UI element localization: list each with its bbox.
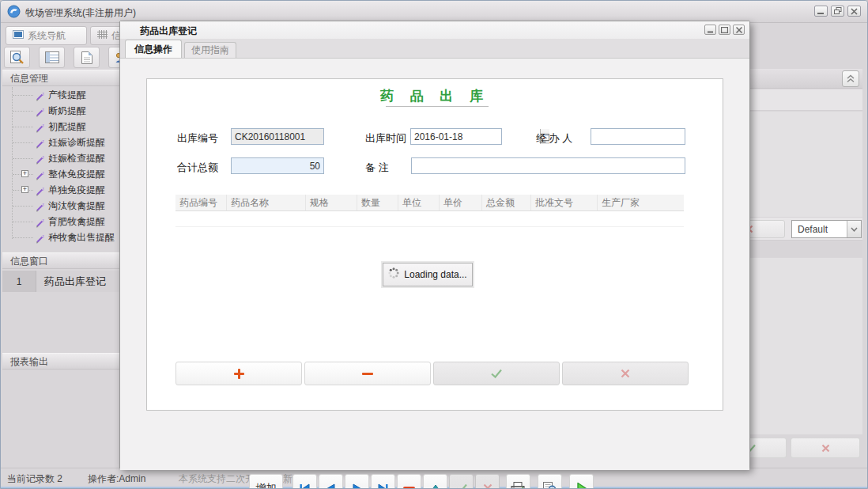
chevron-down-icon[interactable] bbox=[847, 221, 861, 237]
grid-icon bbox=[97, 30, 108, 41]
outbound-no-label: 出库编号 bbox=[177, 131, 218, 146]
app-window: 牧场管理系统(非注册用户) 系统导航 信息提 信息管理 产犊提醒 bbox=[0, 0, 868, 489]
section-header-info-window[interactable]: 信息窗口 bbox=[2, 252, 126, 269]
tab-info-operation[interactable]: 信息操作 bbox=[125, 40, 182, 58]
plus-icon bbox=[234, 369, 244, 379]
handler-label: 经 办 人 bbox=[536, 131, 572, 146]
reminder-icon bbox=[36, 106, 45, 116]
tree-item-breeding-sale[interactable]: 种牧禽出售提醒 bbox=[2, 229, 126, 245]
total-amount-input[interactable] bbox=[231, 157, 324, 174]
cross-icon bbox=[483, 483, 492, 489]
screen-icon bbox=[13, 30, 24, 41]
table-view-button[interactable] bbox=[39, 47, 65, 68]
col-qty[interactable]: 数量 bbox=[357, 195, 398, 210]
tree-item-label: 妊娠检查提醒 bbox=[48, 152, 105, 165]
tree-item-fattening[interactable]: 育肥牧禽提醒 bbox=[2, 214, 126, 229]
next-record-button[interactable] bbox=[345, 474, 369, 489]
add-row-button[interactable] bbox=[175, 362, 302, 385]
tree-item-overall-immunization[interactable]: +整体免疫提醒 bbox=[2, 166, 126, 182]
window-title: 牧场管理系统(非注册用户) bbox=[25, 6, 136, 20]
tree-item-first-mating[interactable]: 初配提醒 bbox=[2, 119, 126, 135]
delete-record-button[interactable] bbox=[397, 474, 421, 489]
tree-item-label: 断奶提醒 bbox=[48, 104, 86, 118]
tree-item-label: 整体免疫提醒 bbox=[48, 168, 105, 181]
tree-item-pregnancy-check[interactable]: 妊娠检查提醒 bbox=[2, 150, 126, 166]
reminder-icon bbox=[36, 185, 45, 195]
empty-table-row bbox=[175, 211, 684, 227]
search-button[interactable] bbox=[4, 47, 30, 68]
col-unit[interactable]: 单位 bbox=[398, 195, 440, 210]
spinner-icon bbox=[388, 267, 399, 282]
reminder-icon bbox=[36, 201, 45, 210]
expand-icon[interactable]: + bbox=[21, 170, 28, 177]
dialog-title: 药品出库登记 bbox=[140, 25, 197, 38]
dialog-close-button[interactable] bbox=[733, 25, 745, 35]
minus-icon bbox=[362, 373, 373, 375]
background-cancel-button[interactable] bbox=[791, 438, 860, 458]
reminder-tree: 产犊提醒 断奶提醒 初配提醒 妊娠诊断提醒 妊娠检查提醒 +整体免疫提醒 +单独… bbox=[2, 87, 126, 245]
nav-tab-system[interactable]: 系统导航 bbox=[6, 26, 87, 45]
add-record-button[interactable]: 增加 bbox=[249, 474, 283, 489]
cross-icon bbox=[621, 369, 630, 378]
handler-input[interactable] bbox=[591, 128, 685, 145]
row-action-buttons bbox=[175, 362, 689, 385]
drug-outbound-dialog: 药品出库登记 信息操作 使用指南 药 品 出 库 出库编号 出库时间 bbox=[119, 21, 750, 469]
tree-item-label: 种牧禽出售提醒 bbox=[48, 231, 115, 244]
confirm-rows-button[interactable] bbox=[433, 362, 560, 385]
previous-record-button[interactable] bbox=[319, 474, 343, 489]
window-restore-button[interactable] bbox=[831, 6, 844, 17]
remove-row-button[interactable] bbox=[304, 362, 431, 385]
tree-item-weaning[interactable]: 断奶提醒 bbox=[2, 103, 126, 119]
tree-item-cull[interactable]: 淘汰牧禽提醒 bbox=[2, 198, 126, 214]
row-index: 1 bbox=[2, 271, 36, 292]
record-count: 当前记录数 2 bbox=[7, 472, 62, 486]
last-record-button[interactable] bbox=[371, 474, 395, 489]
dialog-titlebar[interactable]: 药品出库登记 bbox=[120, 21, 749, 39]
up-triangle-icon bbox=[430, 484, 441, 489]
section-header-report-output[interactable]: 报表输出 bbox=[2, 353, 126, 370]
post-record-button[interactable] bbox=[449, 474, 474, 489]
run-button[interactable] bbox=[569, 474, 594, 489]
expand-icon[interactable]: + bbox=[21, 186, 28, 193]
tree-item-individual-immunization[interactable]: +单独免疫提醒 bbox=[2, 182, 126, 198]
col-drug-name[interactable]: 药品名称 bbox=[227, 195, 306, 210]
default-style-select[interactable]: Default bbox=[791, 220, 862, 238]
tree-item-label: 初配提醒 bbox=[48, 120, 86, 134]
outbound-date-field bbox=[410, 128, 502, 145]
print-button[interactable] bbox=[506, 474, 530, 489]
col-price[interactable]: 单价 bbox=[440, 195, 482, 210]
window-close-button[interactable] bbox=[847, 6, 861, 17]
dialog-minimize-button[interactable] bbox=[704, 25, 716, 35]
print-preview-button[interactable] bbox=[538, 474, 562, 489]
collapse-panel-button[interactable] bbox=[842, 70, 859, 87]
tab-user-guide[interactable]: 使用指南 bbox=[184, 42, 236, 58]
col-spec[interactable]: 规格 bbox=[306, 195, 357, 210]
reminder-icon bbox=[36, 122, 45, 131]
dialog-maximize-button[interactable] bbox=[719, 25, 730, 35]
info-window-row[interactable]: 1 药品出库登记 bbox=[2, 271, 126, 292]
cancel-record-button[interactable] bbox=[475, 474, 500, 489]
col-approval-no[interactable]: 批准文号 bbox=[531, 195, 598, 210]
col-manufacturer[interactable]: 生产厂家 bbox=[598, 195, 684, 210]
edit-record-button[interactable] bbox=[423, 474, 447, 489]
dialog-content: 药 品 出 库 出库编号 出库时间 经 办 人 合计总额 备 注 bbox=[120, 59, 749, 470]
remark-input[interactable] bbox=[411, 157, 685, 174]
tree-item-label: 单独免疫提醒 bbox=[48, 184, 105, 197]
outbound-date-input[interactable] bbox=[411, 129, 540, 144]
check-icon bbox=[456, 483, 467, 489]
window-minimize-button[interactable] bbox=[814, 6, 828, 17]
tree-item-label: 育肥牧禽提醒 bbox=[48, 215, 105, 229]
tree-item-label: 妊娠诊断提醒 bbox=[48, 136, 105, 150]
select-value: Default bbox=[792, 224, 847, 235]
col-total[interactable]: 总金额 bbox=[482, 195, 531, 210]
tree-item-calving[interactable]: 产犊提醒 bbox=[2, 87, 126, 103]
tree-item-pregnancy-diagnosis[interactable]: 妊娠诊断提醒 bbox=[2, 135, 126, 150]
first-record-button[interactable] bbox=[292, 474, 317, 489]
cancel-rows-button[interactable] bbox=[562, 362, 689, 385]
form-panel: 药 品 出 库 出库编号 出库时间 经 办 人 合计总额 备 注 bbox=[146, 78, 723, 411]
document-button[interactable] bbox=[74, 47, 100, 68]
col-drug-no[interactable]: 药品编号 bbox=[175, 195, 227, 210]
printer-icon bbox=[511, 482, 526, 489]
outbound-no-input[interactable] bbox=[231, 128, 324, 145]
section-header-info-mgmt[interactable]: 信息管理 bbox=[2, 70, 126, 86]
